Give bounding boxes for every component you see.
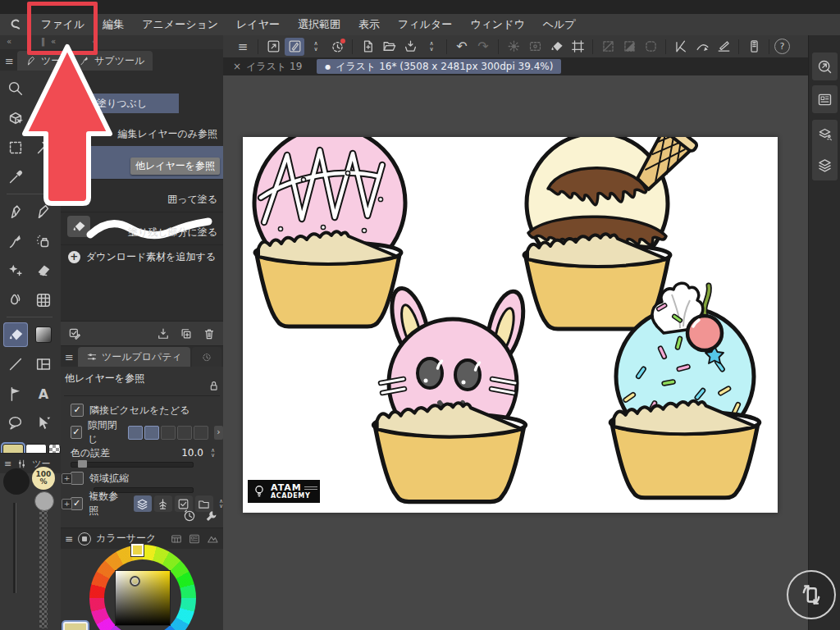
frame-border-tool-icon[interactable] [31,352,56,377]
brush-size-preview[interactable] [3,468,30,495]
subtool-item-paint-unfilled-area[interactable]: 塗り残し部分に塗る [61,212,223,245]
tab-illust-19[interactable]: × イラスト 19 [223,60,312,74]
snap-grid-icon[interactable] [714,38,733,56]
pen-settings-icon[interactable] [285,38,304,56]
delete-subtool-icon[interactable] [202,326,217,341]
multiref-all-layers-icon[interactable] [134,495,152,512]
fill-command-icon[interactable] [546,38,566,56]
prop-row-adjacent-pixels[interactable]: ✓ 隣接ピクセルをたどる [61,400,223,420]
new-file-icon[interactable] [358,38,377,56]
text-tool-icon[interactable]: A [31,381,56,406]
select-layer-tool-icon[interactable] [31,411,56,436]
checkbox-area-scaling[interactable]: ✓ [71,472,84,485]
duplicate-subtool-icon[interactable] [179,326,194,341]
help-icon[interactable]: ? [774,39,790,54]
material-panel-icon[interactable] [812,85,838,113]
tablet-mode-icon[interactable] [744,38,764,56]
collapse-left-icon[interactable]: « [7,37,11,46]
save-export-icon[interactable] [400,38,420,56]
expand-multiref-icon[interactable]: + [62,499,72,509]
layer-property-panel-icon[interactable] [816,126,833,144]
multiref-reference-layer-icon[interactable] [154,495,172,512]
gap-level-4[interactable] [177,426,192,440]
approx-color-tab-icon[interactable] [206,532,219,546]
menu-help[interactable]: ヘルプ [534,17,585,32]
liquify-tool-icon[interactable] [31,288,56,313]
color-margin-value[interactable]: 10.0 [181,447,203,459]
checkbox-adjacent[interactable]: ✓ [71,404,84,417]
selection-round-icon[interactable] [641,38,660,56]
size-stepper-icon[interactable]: ∧∨ [306,38,326,56]
fill-tool-icon[interactable] [3,322,28,347]
main-color-chip[interactable] [63,622,88,630]
color-margin-knob[interactable] [78,460,87,468]
gap-level-2[interactable] [144,426,159,440]
color-set-tab-icon[interactable] [170,532,183,546]
undo-icon[interactable]: ↶ [452,38,472,56]
saturation-value-square[interactable] [115,570,171,626]
airbrush-tool-icon[interactable] [31,229,56,253]
crop-canvas-icon[interactable] [568,38,587,56]
prop-row-multiple-referring[interactable]: + ✓ 複数参照 ∧∨ [61,494,223,514]
deselect-icon[interactable] [504,38,523,56]
gradient-tool-icon[interactable] [31,322,56,347]
opacity-slider[interactable] [39,509,48,628]
add-download-material-button[interactable]: + ダウンロード素材を追加する [61,244,223,269]
quick-access-panel-icon[interactable] [812,52,838,80]
layers-panel-icon[interactable] [816,157,833,174]
eraser-tool-icon[interactable] [31,258,56,283]
selection-fill-icon[interactable] [619,38,639,56]
menu-window[interactable]: ウィンドウ [461,17,534,32]
prop-row-area-scaling[interactable]: + ✓ 領域拡縮 [61,469,223,487]
tab-illust-16-active[interactable]: ● イラスト 16* (3508 x 2481px 300dpi 39.4%) [317,59,561,74]
main-menu-icon[interactable]: ≡ [233,38,253,56]
canvas-settings-icon[interactable] [263,38,283,56]
canvas-viewport[interactable]: ATAM ACADEMY [223,75,840,630]
download-subtool-icon[interactable] [156,326,171,341]
opacity-badge[interactable]: 100 % [32,467,55,490]
snap-special-ruler-icon[interactable] [692,38,712,56]
menu-view[interactable]: 表示 [349,17,389,32]
gap-level-3[interactable] [161,426,176,440]
checkbox-close-gap[interactable]: ✓ [71,426,82,439]
size-slider[interactable] [13,503,16,593]
intermediate-color-tab-icon[interactable] [188,532,201,546]
document-canvas[interactable]: ATAM ACADEMY [243,137,778,513]
checkbox-multiref[interactable]: ✓ [71,497,83,510]
prop-row-close-gap[interactable]: ✓ 隙間閉じ › [61,422,223,442]
lock-icon[interactable] [207,379,221,393]
open-file-icon[interactable] [379,38,399,56]
color-margin-stepper[interactable]: ∧∨ [211,448,215,458]
redo-icon[interactable]: ↷ [473,38,493,56]
brush-tool-icon[interactable] [3,229,28,253]
close-tab-icon[interactable]: × [233,61,241,72]
menu-filter[interactable]: フィルター [389,17,461,32]
quick-palette-menu-icon[interactable]: ≡ [4,459,11,469]
tab-brush-detail[interactable] [192,347,221,367]
menu-layer[interactable]: レイヤー [227,17,289,32]
cloud-sync-icon[interactable] [327,38,347,56]
file-stepper-icon[interactable]: ∧∨ [422,38,441,56]
stroke-history-icon[interactable] [182,509,197,523]
tab-color-circle[interactable]: カラーサーク [96,532,156,546]
gap-level-5[interactable] [194,426,208,440]
color-margin-slider[interactable] [71,462,194,468]
color-panel-menu-icon[interactable]: ≡ [65,533,73,545]
blend-tool-icon[interactable] [3,288,28,313]
rotate-device-button[interactable] [787,570,836,619]
hue-indicator[interactable] [131,544,144,556]
figure-tool-icon[interactable] [3,352,28,377]
flag-operation-tool-icon[interactable] [3,381,28,406]
snap-ruler-icon[interactable] [671,38,691,56]
sv-indicator[interactable] [130,576,140,587]
tool-palette-menu-icon[interactable]: ≡ [5,55,14,67]
tab-tool-property[interactable]: ツールプロパティ [78,347,190,367]
gap-more-icon[interactable]: › [214,426,223,440]
menu-edit[interactable]: 編集 [94,17,133,32]
subtool-check-edit-icon[interactable] [67,326,82,341]
wrench-settings-icon[interactable] [203,509,218,523]
selection-border-icon[interactable] [598,38,618,56]
reselect-icon[interactable] [525,38,545,56]
gap-level-1[interactable] [128,426,143,440]
expand-area-scaling-icon[interactable]: + [62,473,72,484]
